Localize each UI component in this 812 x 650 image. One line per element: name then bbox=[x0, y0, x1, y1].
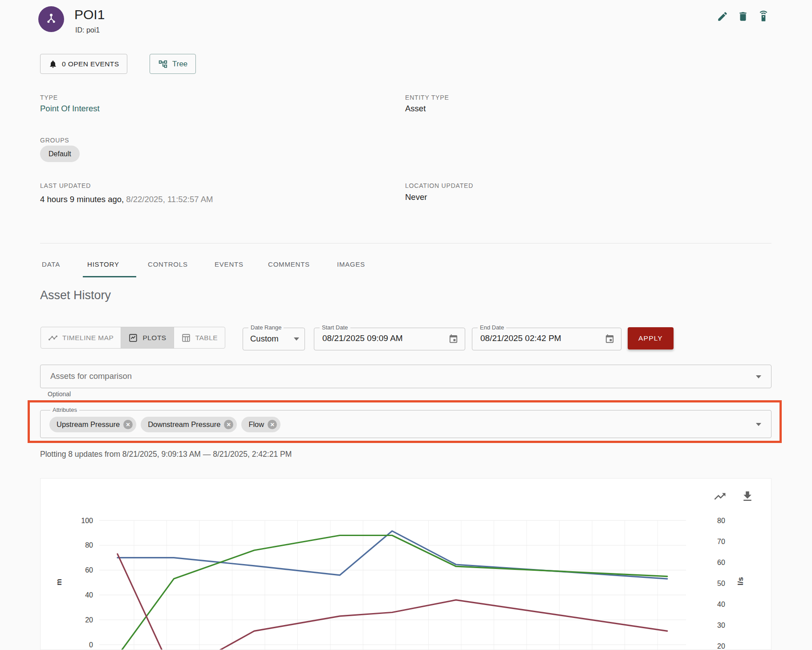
end-date-field[interactable]: End Date 08/21/2025 02:42 PM bbox=[472, 328, 621, 350]
tree-button-label: Tree bbox=[172, 60, 187, 69]
network-junction-icon bbox=[45, 12, 58, 26]
table-icon bbox=[181, 333, 191, 343]
calendar-icon[interactable] bbox=[448, 334, 459, 344]
apply-button[interactable]: APPLY bbox=[628, 327, 674, 349]
last-updated-relative: 4 hours 9 minutes ago, bbox=[40, 195, 124, 204]
last-updated-value: 4 hours 9 minutes ago, 8/22/2025, 11:52:… bbox=[40, 195, 213, 204]
start-date-value: 08/21/2025 09:09 AM bbox=[322, 333, 403, 343]
sensor-remote-icon[interactable] bbox=[758, 11, 769, 22]
tab-history[interactable]: HISTORY bbox=[87, 252, 119, 277]
attributes-chips: Upstream Pressure✕ Downstream Pressure✕ … bbox=[49, 417, 280, 432]
attributes-field[interactable]: Attributes Upstream Pressure✕ Downstream… bbox=[40, 410, 771, 438]
history-chart-card: 02040608010080706050403020ml/s bbox=[40, 478, 771, 650]
svg-text:30: 30 bbox=[717, 622, 725, 629]
svg-text:50: 50 bbox=[717, 580, 725, 587]
remove-chip-icon[interactable]: ✕ bbox=[224, 420, 233, 429]
tab-images[interactable]: IMAGES bbox=[337, 252, 365, 277]
section-divider bbox=[40, 243, 771, 244]
svg-text:80: 80 bbox=[85, 541, 93, 549]
last-updated-absolute: 8/22/2025, 11:52:57 AM bbox=[124, 195, 213, 204]
toggle-timeline-map[interactable]: TIMELINE MAP bbox=[41, 327, 121, 348]
svg-text:l/s: l/s bbox=[736, 577, 745, 585]
attribute-chip[interactable]: Flow✕ bbox=[241, 417, 280, 432]
bell-icon bbox=[49, 60, 57, 69]
history-chart: 02040608010080706050403020ml/s bbox=[41, 479, 771, 650]
group-chip[interactable]: Default bbox=[40, 146, 80, 162]
section-heading: Asset History bbox=[40, 288, 111, 302]
toggle-plots[interactable]: PLOTS bbox=[121, 327, 173, 348]
svg-text:80: 80 bbox=[717, 517, 725, 524]
entity-type-value: Asset bbox=[405, 104, 426, 114]
calendar-icon[interactable] bbox=[605, 334, 615, 344]
assets-comparison-select[interactable]: Assets for comparison bbox=[40, 365, 771, 388]
svg-text:100: 100 bbox=[81, 517, 93, 524]
location-updated-label: LOCATION UPDATED bbox=[405, 182, 473, 189]
plots-icon bbox=[128, 333, 138, 343]
svg-text:60: 60 bbox=[717, 559, 725, 566]
tab-events[interactable]: EVENTS bbox=[215, 252, 244, 277]
date-range-label: Date Range bbox=[248, 324, 284, 331]
open-events-label: 0 OPEN EVENTS bbox=[62, 60, 119, 68]
active-tab-indicator bbox=[83, 276, 136, 277]
attribute-chip[interactable]: Downstream Pressure✕ bbox=[141, 417, 237, 432]
toggle-table[interactable]: TABLE bbox=[174, 327, 225, 348]
attribute-chip-label: Downstream Pressure bbox=[148, 420, 220, 429]
location-updated-value: Never bbox=[405, 192, 427, 202]
tab-controls[interactable]: CONTROLS bbox=[148, 252, 188, 277]
header-actions bbox=[717, 11, 769, 22]
avatar bbox=[38, 6, 64, 32]
attributes-label: Attributes bbox=[50, 406, 79, 413]
date-range-select[interactable]: Date Range Custom bbox=[243, 328, 305, 350]
trending-up-icon[interactable] bbox=[713, 490, 727, 503]
attribute-chip-label: Upstream Pressure bbox=[57, 420, 120, 429]
assets-comparison-placeholder: Assets for comparison bbox=[50, 371, 132, 381]
toggle-table-label: TABLE bbox=[195, 334, 218, 342]
trash-icon[interactable] bbox=[737, 11, 749, 22]
last-updated-label: LAST UPDATED bbox=[40, 182, 91, 189]
start-date-field[interactable]: Start Date 08/21/2025 09:09 AM bbox=[314, 328, 465, 350]
asset-id: ID: poi1 bbox=[75, 26, 100, 34]
end-date-label: End Date bbox=[478, 324, 506, 331]
type-label: TYPE bbox=[40, 94, 58, 101]
tab-comments[interactable]: COMMENTS bbox=[268, 252, 310, 277]
remove-chip-icon[interactable]: ✕ bbox=[123, 420, 133, 429]
chevron-down-icon bbox=[294, 337, 299, 341]
open-events-button[interactable]: 0 OPEN EVENTS bbox=[40, 54, 127, 74]
svg-text:60: 60 bbox=[85, 566, 93, 574]
plotting-summary: Plotting 8 updates from 8/21/2025, 9:09:… bbox=[40, 450, 292, 459]
chevron-down-icon bbox=[756, 423, 761, 426]
date-range-value: Custom bbox=[250, 334, 279, 344]
tree-button[interactable]: Tree bbox=[150, 54, 196, 74]
toggle-plots-label: PLOTS bbox=[142, 334, 166, 342]
entity-type-label: ENTITY TYPE bbox=[405, 94, 449, 101]
view-toggle-group: TIMELINE MAP PLOTS TABLE bbox=[41, 327, 225, 349]
svg-text:20: 20 bbox=[85, 616, 93, 624]
remove-chip-icon[interactable]: ✕ bbox=[268, 420, 277, 429]
toggle-timeline-map-label: TIMELINE MAP bbox=[62, 334, 114, 342]
tab-data[interactable]: DATA bbox=[42, 252, 60, 277]
svg-text:40: 40 bbox=[717, 601, 725, 608]
groups-label: GROUPS bbox=[40, 137, 69, 144]
page-title: POI1 bbox=[74, 7, 105, 22]
end-date-value: 08/21/2025 02:42 PM bbox=[480, 333, 561, 343]
svg-text:20: 20 bbox=[717, 642, 725, 650]
svg-text:0: 0 bbox=[89, 641, 93, 649]
svg-text:40: 40 bbox=[85, 591, 93, 599]
svg-text:70: 70 bbox=[717, 538, 725, 545]
chart-toolbar bbox=[713, 490, 754, 503]
svg-text:m: m bbox=[55, 579, 63, 585]
timeline-icon bbox=[48, 333, 58, 343]
asset-detail-page: POI1 ID: poi1 0 OPEN EVENTS Tree TYPE Po… bbox=[0, 0, 812, 650]
tree-icon bbox=[158, 59, 168, 69]
assets-helper-text: Optional bbox=[48, 390, 71, 398]
chevron-down-icon bbox=[756, 375, 761, 378]
download-icon[interactable] bbox=[741, 490, 754, 503]
attribute-chip[interactable]: Upstream Pressure✕ bbox=[49, 417, 136, 432]
type-value-link[interactable]: Point Of Interest bbox=[40, 104, 100, 114]
start-date-label: Start Date bbox=[320, 324, 350, 331]
attribute-chip-label: Flow bbox=[248, 420, 264, 429]
edit-pencil-icon[interactable] bbox=[717, 11, 728, 22]
